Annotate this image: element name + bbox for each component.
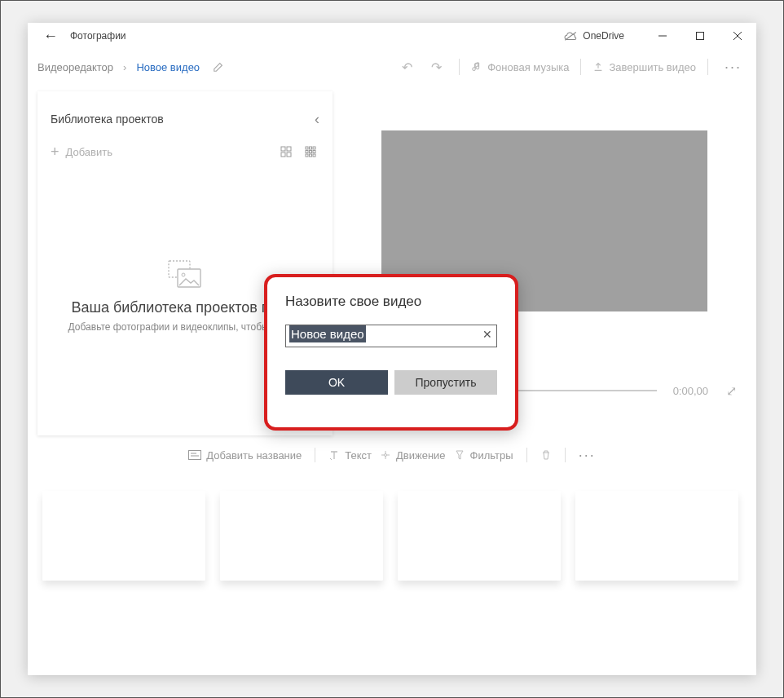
command-bar: Видеоредактор › Новое видео ↶ ↷ Фоновая …: [28, 49, 756, 85]
undo-button[interactable]: ↶: [395, 60, 418, 75]
svg-point-24: [385, 454, 387, 457]
breadcrumb-current[interactable]: Новое видео: [136, 61, 200, 73]
collapse-library-button[interactable]: ‹: [315, 111, 319, 128]
svg-rect-11: [313, 147, 315, 149]
maximize-button[interactable]: [681, 23, 719, 49]
clip-placeholder[interactable]: [398, 491, 561, 581]
svg-rect-15: [306, 154, 308, 157]
titlebar: ← Фотографии OneDrive: [28, 23, 756, 49]
time-total: 0:00,00: [673, 385, 708, 397]
finish-video-button[interactable]: Завершить видео: [592, 61, 696, 73]
svg-rect-17: [313, 154, 315, 157]
clip-placeholder[interactable]: [42, 491, 205, 581]
export-icon: [592, 61, 604, 73]
svg-rect-10: [310, 147, 312, 149]
view-small-grid-button[interactable]: [277, 143, 295, 161]
clip-placeholder[interactable]: [575, 491, 738, 581]
redo-button[interactable]: ↷: [425, 60, 447, 75]
bg-music-button[interactable]: Фоновая музыка: [471, 61, 569, 73]
add-title-card-button[interactable]: Добавить название: [188, 449, 302, 462]
minimize-button[interactable]: [644, 23, 681, 49]
cloud-icon: [563, 30, 578, 42]
delete-clip-button[interactable]: [540, 449, 552, 461]
add-media-button[interactable]: + Добавить: [51, 144, 112, 159]
app-title: Фотографии: [70, 30, 126, 42]
motion-button[interactable]: Движение: [380, 449, 446, 462]
window-controls: [644, 23, 756, 49]
svg-line-0: [566, 33, 577, 41]
svg-rect-16: [310, 154, 312, 157]
dialog-title: Назовите свое видео: [285, 294, 497, 310]
svg-rect-14: [313, 151, 315, 153]
svg-rect-21: [189, 451, 201, 460]
media-placeholder-icon: [168, 260, 202, 288]
close-button[interactable]: [719, 23, 756, 49]
filters-icon: [454, 449, 465, 461]
library-title: Библиотека проектов: [51, 113, 315, 126]
storyboard-toolbar: Добавить название Текст Движение Фильтры: [28, 435, 756, 475]
svg-rect-12: [306, 151, 308, 153]
clip-placeholder[interactable]: [220, 491, 383, 581]
more-button[interactable]: ···: [720, 59, 747, 76]
clear-input-button[interactable]: ✕: [482, 328, 492, 341]
svg-rect-6: [287, 147, 291, 151]
music-icon: [471, 61, 482, 73]
storyboard[interactable]: [28, 475, 756, 675]
storyboard-more-button[interactable]: ···: [579, 447, 596, 464]
svg-rect-9: [306, 147, 308, 149]
motion-icon: [380, 449, 391, 461]
chevron-right-icon: ›: [123, 61, 126, 73]
svg-rect-13: [310, 151, 312, 153]
breadcrumb-root[interactable]: Видеоредактор: [37, 61, 113, 73]
plus-icon: +: [51, 144, 59, 159]
back-button[interactable]: ←: [34, 28, 67, 45]
svg-rect-7: [281, 152, 285, 157]
rename-button[interactable]: [213, 61, 224, 73]
skip-button[interactable]: Пропустить: [394, 370, 497, 395]
onedrive-link[interactable]: OneDrive: [563, 30, 624, 42]
filters-button[interactable]: Фильтры: [454, 449, 513, 462]
name-video-dialog: Назовите свое видео Новое видео ✕ OK Про…: [264, 274, 518, 431]
video-name-input[interactable]: Новое видео: [285, 325, 497, 347]
text-button[interactable]: Текст: [328, 449, 372, 462]
title-card-icon: [188, 450, 201, 460]
svg-rect-2: [697, 33, 704, 40]
svg-rect-8: [287, 152, 291, 157]
text-icon: [328, 449, 340, 461]
ok-button[interactable]: OK: [285, 370, 388, 395]
svg-rect-5: [281, 147, 285, 151]
fullscreen-button[interactable]: ⤢: [726, 383, 737, 399]
view-large-grid-button[interactable]: [302, 143, 319, 161]
